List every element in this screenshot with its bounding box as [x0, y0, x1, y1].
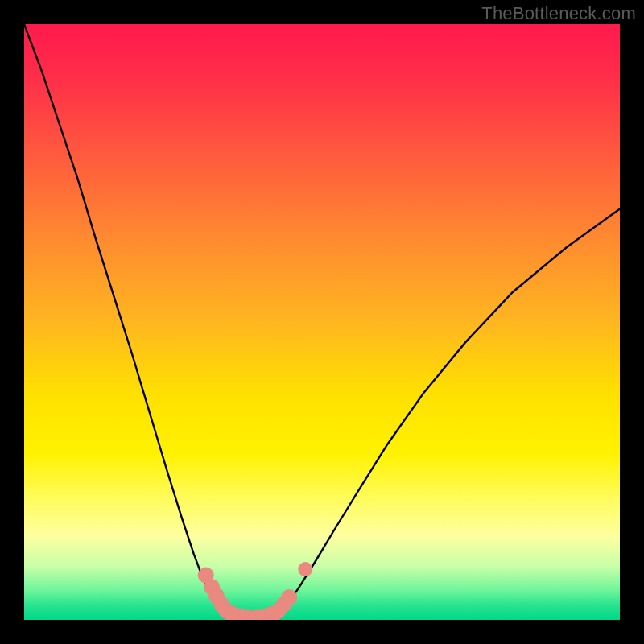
marker-dots-group	[198, 562, 313, 620]
plot-area	[24, 24, 620, 620]
watermark-text: TheBottleneck.com	[481, 3, 636, 24]
curve-curve-right	[275, 208, 620, 620]
curve-layer	[24, 24, 620, 620]
chart-frame: TheBottleneck.com	[0, 0, 644, 644]
marker-dot	[298, 562, 312, 576]
curve-curve-left	[24, 24, 233, 620]
curve-group	[24, 24, 620, 620]
marker-dot	[281, 589, 297, 605]
